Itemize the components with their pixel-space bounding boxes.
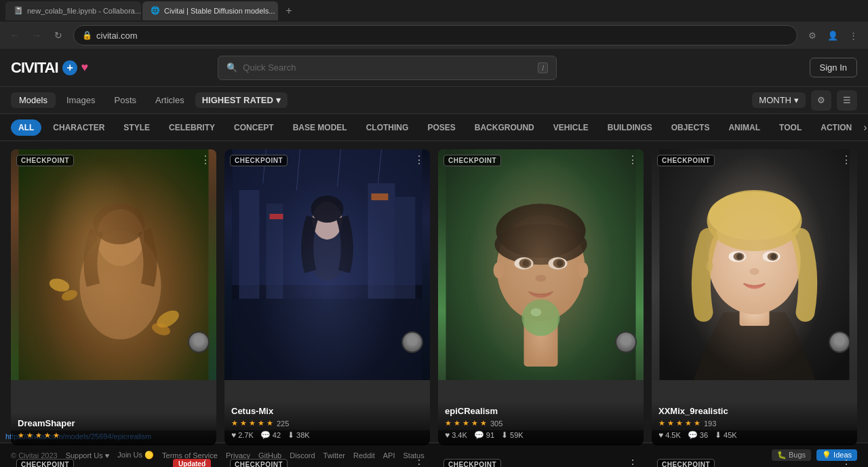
xxmix-stars: ★ ★ ★ ★ ★ 193 [658,419,850,428]
svg-point-6 [48,276,71,293]
dreamshaper-title: DreamShaper [18,418,210,428]
bottom-menu-2[interactable]: ⋮ [414,459,425,467]
cat-base-model[interactable]: BASE MODEL [285,119,355,136]
back-button[interactable]: ← [5,26,24,45]
cetusmix-badge: CHECKPOINT [230,155,288,166]
support-link[interactable]: Support Us ♥ [66,451,110,460]
layout-button[interactable]: ☰ [837,90,857,111]
logo-text: CIVITAI [11,59,58,77]
logo-heart-icon[interactable]: ♥ [81,60,88,75]
nav-tab-images[interactable]: Images [58,92,104,108]
svg-point-43 [707,190,802,251]
bottom-badge-1: CHECKPOINT [16,459,74,467]
model-card-dreamshaper[interactable]: CHECKPOINT ⋮ DreamShaper ★ ★ ★ ★ ★ [11,149,216,445]
svg-point-47 [734,253,745,261]
discord-link[interactable]: Discord [290,451,315,460]
cat-clothing[interactable]: CLOTHING [359,119,416,136]
cat-tool[interactable]: TOOL [772,119,809,136]
cat-buildings[interactable]: BUILDINGS [600,119,660,136]
join-link[interactable]: Join Us 🟡 [117,451,154,460]
cat-style[interactable]: STYLE [116,119,157,136]
extensions-button[interactable]: ⚙ [803,26,822,45]
epicrealism-menu[interactable]: ⋮ [627,155,638,166]
browser-actions: ⚙ 👤 ⋮ [803,26,863,45]
twitter-link[interactable]: Twitter [323,451,345,460]
nav-tab-posts[interactable]: Posts [106,92,145,108]
sort-button[interactable]: HIGHEST RATED ▾ [195,92,288,108]
cat-background[interactable]: BACKGROUND [467,119,542,136]
cat-poses[interactable]: POSES [420,119,462,136]
dreamshaper-menu[interactable]: ⋮ [200,155,211,166]
svg-point-39 [531,308,542,316]
xxmix-downloads: ⬇ 45K [715,430,737,440]
cetusmix-info: Cetus-Mix ★ ★ ★ ★ ★ 225 ♥ 2.7K 💬 [224,400,430,445]
colab-tab-label: new_colab_file.ipynb - Collabora... [27,7,141,15]
cat-vehicle[interactable]: VEHICLE [546,119,596,136]
svg-point-45 [729,251,747,262]
cetusmix-likes: ♥ 2.7K [231,430,254,440]
url-text: civitai.com [96,31,138,41]
heart-icon: ♥ [231,430,236,440]
svg-point-36 [557,260,564,267]
logo-plus-button[interactable]: + [62,60,77,75]
more-button[interactable]: ⋮ [844,26,863,45]
model-card-epicrealism[interactable]: CHECKPOINT ⋮ epiCRealism ★ ★ ★ ★ ★ 305 [438,149,644,445]
xxmix-menu[interactable]: ⋮ [841,155,852,166]
profile-button[interactable]: 👤 [823,26,842,45]
epicrealism-comments: 💬 91 [474,430,494,440]
cat-character[interactable]: CHARACTER [45,119,112,136]
reddit-link[interactable]: Reddit [353,451,375,460]
search-bar[interactable]: 🔍 Quick Search / [218,56,557,80]
epicrealism-avatar [615,331,637,353]
search-icon: 🔍 [226,62,237,73]
dreamshaper-info: DreamShaper ★ ★ ★ ★ ★ [11,413,216,445]
header-right: Sign In [810,58,857,77]
github-link[interactable]: GitHub [258,451,281,460]
model-card-cetusmix[interactable]: CHECKPOINT ⋮ Cetus-Mix ★ ★ ★ ★ ★ 225 [224,149,430,445]
svg-rect-11 [267,204,283,299]
bottom-menu-4[interactable]: ⋮ [841,459,852,467]
download-icon: ⬇ [501,430,508,440]
cat-action[interactable]: ACTION [813,119,859,136]
svg-point-17 [313,202,342,240]
cetusmix-count: 225 [277,419,289,428]
civitai-favicon: 🌐 [151,6,160,16]
period-button[interactable]: MONTH ▾ [752,92,806,108]
logo[interactable]: CIVITAI + ♥ [11,59,87,77]
privacy-link[interactable]: Privacy [226,451,250,460]
cat-objects[interactable]: OBJECTS [664,119,717,136]
download-icon: ⬇ [715,430,722,440]
svg-rect-9 [233,149,422,285]
category-more-icon[interactable]: › [863,122,867,134]
svg-rect-13 [395,197,416,299]
address-bar[interactable]: 🔒 civitai.com [73,25,797,45]
svg-rect-41 [740,299,770,326]
cetusmix-menu[interactable]: ⋮ [414,155,425,166]
period-label: MONTH [759,95,791,105]
model-card-xxmix[interactable]: CHECKPOINT ⋮ XXMix_9realistic ★ ★ ★ ★ ★ … [652,149,857,445]
bottom-menu-3[interactable]: ⋮ [627,459,638,467]
cat-all[interactable]: ALL [11,119,41,136]
xxmix-badge: CHECKPOINT [657,155,715,166]
svg-line-22 [338,149,341,187]
dreamshaper-badge: CHECKPOINT [16,155,74,166]
nav-tab-models[interactable]: Models [11,92,56,108]
new-tab-button[interactable]: + [279,1,298,20]
browser-tab-colab[interactable]: 📓 new_colab_file.ipynb - Collabora... ✕ [5,1,141,20]
forward-button[interactable]: → [27,26,46,45]
filter-button[interactable]: ⚙ [811,90,831,111]
bugs-button[interactable]: 🐛 Bugs [772,449,811,461]
browser-tab-civitai[interactable]: 🌐 Civitai | Stable Diffusion models... ✕ [142,1,278,20]
cat-animal[interactable]: ANIMAL [721,119,768,136]
bottom-menu-1[interactable]: ⋮ [200,459,211,467]
svg-point-1 [80,231,161,339]
sign-in-button[interactable]: Sign In [810,58,857,77]
reload-button[interactable]: ↻ [49,26,68,45]
api-link[interactable]: API [383,451,395,460]
cat-concept[interactable]: CONCEPT [226,119,281,136]
svg-point-49 [736,254,743,260]
nav-tab-articles[interactable]: Articles [147,92,193,108]
cat-celebrity[interactable]: CELEBRITY [161,119,222,136]
star-5: ★ [53,431,60,440]
star-3: ★ [35,431,42,440]
